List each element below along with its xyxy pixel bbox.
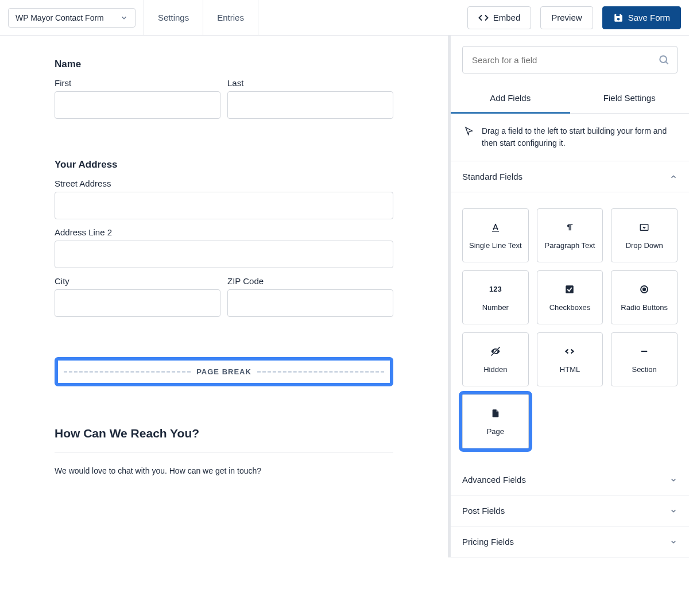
form-canvas[interactable]: Name First Last Your Address Street Addr… (0, 36, 451, 557)
address-title: Your Address (55, 159, 393, 171)
line2-label: Address Line 2 (55, 227, 393, 237)
search-input[interactable] (462, 46, 678, 73)
form-selector[interactable]: WP Mayor Contact Form (8, 8, 136, 28)
city-label: City (55, 276, 220, 286)
name-field[interactable]: Name First Last (55, 59, 393, 119)
header-actions: Embed Preview Save Form (467, 6, 689, 29)
code-icon (478, 13, 489, 23)
section-desc: We would love to chat with you. How can … (55, 466, 393, 475)
chevron-down-icon (120, 14, 128, 22)
section-divider (55, 452, 393, 452)
fields-sidebar: Add Fields Field Settings Drag a field t… (451, 36, 689, 557)
svg-point-8 (643, 288, 646, 290)
html-icon (564, 346, 575, 357)
preview-button[interactable]: Preview (540, 6, 593, 29)
text-icon (490, 222, 501, 233)
dropdown-icon (639, 222, 649, 233)
post-fields-header[interactable]: Post Fields (451, 495, 689, 526)
form-name: WP Mayor Contact Form (16, 13, 104, 22)
minus-icon (639, 346, 649, 357)
hint-text: Drag a field to the left to start buildi… (482, 125, 675, 149)
chevron-down-icon (669, 507, 678, 515)
field-checkboxes[interactable]: Checkboxes (537, 270, 603, 324)
field-paragraph-text[interactable]: Paragraph Text (537, 208, 603, 262)
tab-entries[interactable]: Entries (203, 0, 258, 35)
paragraph-icon (565, 222, 574, 233)
field-html[interactable]: HTML (537, 332, 603, 386)
svg-line-3 (665, 61, 668, 64)
save-icon (613, 13, 624, 23)
field-page[interactable]: Page (462, 394, 529, 448)
field-hidden[interactable]: Hidden (462, 332, 529, 386)
address-field[interactable]: Your Address Street Address Address Line… (55, 159, 393, 317)
field-number[interactable]: 123 Number (462, 270, 529, 324)
save-button[interactable]: Save Form (602, 6, 681, 29)
dash-right (257, 371, 384, 373)
zip-input[interactable] (227, 289, 393, 317)
line2-input[interactable] (55, 241, 393, 268)
app-header: WP Mayor Contact Form Settings Entries E… (0, 0, 689, 36)
section-title: How Can We Reach You? (55, 427, 393, 440)
svg-rect-0 (616, 14, 620, 16)
radio-icon (639, 284, 649, 295)
field-radio-buttons[interactable]: Radio Buttons (611, 270, 678, 324)
street-label: Street Address (55, 179, 393, 188)
page-break-field[interactable]: PAGE BREAK (55, 357, 393, 386)
pricing-fields-header[interactable]: Pricing Fields (451, 526, 689, 557)
svg-point-1 (617, 18, 620, 21)
page-icon (491, 408, 500, 419)
search-icon (658, 54, 669, 65)
svg-point-2 (660, 56, 667, 63)
standard-fields-grid: Single Line Text Paragraph Text Drop Dow… (451, 192, 689, 464)
tab-settings[interactable]: Settings (144, 0, 203, 35)
page-break-label: PAGE BREAK (196, 367, 251, 376)
first-input[interactable] (55, 91, 220, 119)
field-section[interactable]: Section (611, 332, 678, 386)
chevron-down-icon (669, 538, 678, 546)
name-title: Name (55, 59, 393, 70)
last-label: Last (227, 78, 393, 88)
checkbox-icon (564, 284, 575, 295)
field-drop-down[interactable]: Drop Down (611, 208, 678, 262)
section-field[interactable]: How Can We Reach You? We would love to c… (55, 427, 393, 475)
chevron-up-icon (669, 173, 678, 181)
dash-left (64, 371, 191, 373)
svg-rect-6 (566, 285, 574, 293)
tab-add-fields[interactable]: Add Fields (451, 84, 570, 114)
zip-label: ZIP Code (227, 276, 393, 286)
field-single-line-text[interactable]: Single Line Text (462, 208, 529, 262)
hidden-icon (490, 346, 501, 357)
number-icon: 123 (489, 284, 502, 295)
first-label: First (55, 78, 220, 88)
panel-tabs: Add Fields Field Settings (451, 84, 689, 114)
city-input[interactable] (55, 289, 220, 317)
last-input[interactable] (227, 91, 393, 119)
chevron-down-icon (669, 476, 678, 484)
hint-box: Drag a field to the left to start buildi… (451, 114, 689, 161)
nav-tabs: Settings Entries (144, 0, 258, 35)
embed-button[interactable]: Embed (467, 6, 532, 29)
standard-fields-header[interactable]: Standard Fields (451, 161, 689, 192)
advanced-fields-header[interactable]: Advanced Fields (451, 464, 689, 495)
street-input[interactable] (55, 192, 393, 219)
cursor-icon (465, 126, 474, 135)
tab-field-settings[interactable]: Field Settings (570, 84, 690, 113)
